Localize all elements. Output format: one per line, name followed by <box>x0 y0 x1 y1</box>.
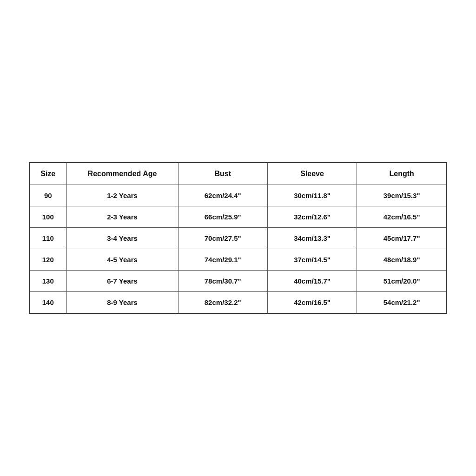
cell-bust: 66cm/25.9" <box>178 206 267 228</box>
cell-sleeve: 34cm/13.3" <box>267 228 357 249</box>
cell-sleeve: 37cm/14.5" <box>267 249 357 271</box>
table-row: 1408-9 Years82cm/32.2"42cm/16.5"54cm/21.… <box>29 292 447 314</box>
header-length: Length <box>357 163 447 185</box>
cell-sleeve: 32cm/12.6" <box>267 206 357 228</box>
cell-age: 8-9 Years <box>66 292 178 314</box>
cell-length: 48cm/18.9" <box>357 249 447 271</box>
table-header-row: Size Recommended Age Bust Sleeve Length <box>29 163 447 185</box>
cell-bust: 82cm/32.2" <box>178 292 267 314</box>
cell-size: 120 <box>29 249 66 271</box>
size-chart-table: Size Recommended Age Bust Sleeve Length … <box>29 162 447 314</box>
cell-bust: 62cm/24.4" <box>178 185 267 206</box>
cell-age: 4-5 Years <box>66 249 178 271</box>
cell-size: 130 <box>29 271 66 292</box>
table-row: 1204-5 Years74cm/29.1"37cm/14.5"48cm/18.… <box>29 249 447 271</box>
cell-bust: 78cm/30.7" <box>178 271 267 292</box>
cell-length: 39cm/15.3" <box>357 185 447 206</box>
header-recommended-age: Recommended Age <box>66 163 178 185</box>
table-row: 1306-7 Years78cm/30.7"40cm/15.7"51cm/20.… <box>29 271 447 292</box>
cell-age: 6-7 Years <box>66 271 178 292</box>
header-sleeve: Sleeve <box>267 163 357 185</box>
cell-size: 140 <box>29 292 66 314</box>
table-row: 901-2 Years62cm/24.4"30cm/11.8"39cm/15.3… <box>29 185 447 206</box>
cell-sleeve: 42cm/16.5" <box>267 292 357 314</box>
cell-length: 54cm/21.2" <box>357 292 447 314</box>
header-size: Size <box>29 163 66 185</box>
cell-length: 45cm/17.7" <box>357 228 447 249</box>
table-row: 1103-4 Years70cm/27.5"34cm/13.3"45cm/17.… <box>29 228 447 249</box>
cell-bust: 74cm/29.1" <box>178 249 267 271</box>
header-bust: Bust <box>178 163 267 185</box>
cell-size: 100 <box>29 206 66 228</box>
cell-age: 1-2 Years <box>66 185 178 206</box>
cell-length: 42cm/16.5" <box>357 206 447 228</box>
cell-bust: 70cm/27.5" <box>178 228 267 249</box>
cell-age: 2-3 Years <box>66 206 178 228</box>
table-row: 1002-3 Years66cm/25.9"32cm/12.6"42cm/16.… <box>29 206 447 228</box>
cell-size: 90 <box>29 185 66 206</box>
size-chart-container: Size Recommended Age Bust Sleeve Length … <box>29 162 447 314</box>
cell-sleeve: 30cm/11.8" <box>267 185 357 206</box>
cell-size: 110 <box>29 228 66 249</box>
cell-sleeve: 40cm/15.7" <box>267 271 357 292</box>
cell-age: 3-4 Years <box>66 228 178 249</box>
cell-length: 51cm/20.0" <box>357 271 447 292</box>
